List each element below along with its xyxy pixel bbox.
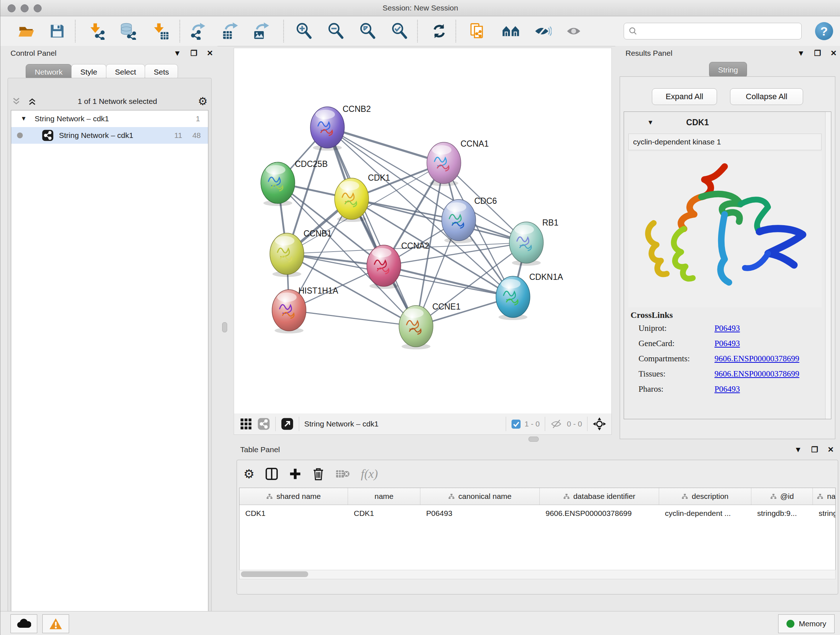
table-cell[interactable]: 9606.ENSP00000378699 xyxy=(540,505,659,522)
export-image-button[interactable] xyxy=(251,21,271,41)
detach-view-icon[interactable] xyxy=(281,417,294,431)
open-session-button[interactable] xyxy=(16,21,36,41)
node-label-RB1: RB1 xyxy=(542,218,559,227)
crosslink-link[interactable]: P06493 xyxy=(714,339,740,348)
node-label-CDK1: CDK1 xyxy=(368,173,390,182)
column-header-shared-name[interactable]: shared name xyxy=(240,488,348,505)
node-table: shared namenamecanonical namedatabase id… xyxy=(239,488,836,570)
table-cell[interactable]: CDK1 xyxy=(240,505,348,522)
network-edge-CDK1-RB1[interactable] xyxy=(352,199,526,242)
table-cell[interactable]: stringdb xyxy=(813,505,836,522)
panel-collapse-icon[interactable]: ▼ xyxy=(174,49,181,57)
panel-float-icon[interactable]: ❐ xyxy=(812,445,818,454)
add-column-plus-icon[interactable] xyxy=(289,468,302,480)
column-header-canonical-name[interactable]: canonical name xyxy=(420,488,540,505)
crosslink-link[interactable]: P06493 xyxy=(714,324,740,333)
gear-icon[interactable]: ⚙ xyxy=(198,96,208,107)
crosslink-link[interactable]: 9606.ENSP00000378699 xyxy=(714,369,799,379)
warnings-button[interactable] xyxy=(42,614,69,633)
delete-table-icon xyxy=(335,468,350,480)
crosslink-link[interactable]: 9606.ENSP00000378699 xyxy=(714,354,799,363)
statusbar-separator xyxy=(545,417,545,431)
memory-button[interactable]: Memory xyxy=(778,614,835,633)
string-results-box: Expand All Collapse All ▼ CDK1 cyclin-de… xyxy=(620,76,835,439)
network-edge-HIST1H1A-CCNE1[interactable] xyxy=(289,310,416,326)
import-network-database-button[interactable] xyxy=(118,21,138,41)
column-header-name[interactable]: name xyxy=(348,488,420,505)
bottom-splitter-handle[interactable] xyxy=(529,437,538,442)
network-row[interactable]: String Network – cdk1 11 48 xyxy=(11,127,208,144)
table-row[interactable]: CDK1CDK1P064939606.ENSP00000378699cyclin… xyxy=(240,505,835,522)
table-cell[interactable]: stringdb:9... xyxy=(752,505,813,522)
hide-selected-button[interactable] xyxy=(533,21,553,41)
column-header-description[interactable]: description xyxy=(659,488,752,505)
collapse-all-icon[interactable] xyxy=(11,97,21,106)
cloud-icon xyxy=(17,618,31,629)
refresh-layout-button[interactable] xyxy=(429,21,449,41)
grid-view-icon[interactable] xyxy=(240,418,252,430)
crosslink-link[interactable]: P06493 xyxy=(714,385,740,394)
table-cell[interactable]: cyclin-dependent ... xyxy=(659,505,752,522)
panel-float-icon[interactable]: ❐ xyxy=(191,49,197,57)
import-table-icon xyxy=(152,22,169,40)
import-table-file-button[interactable] xyxy=(151,21,171,41)
selected-node-edge-count: 1 - 0 xyxy=(524,420,540,428)
table-horizontal-scrollbar[interactable] xyxy=(239,570,836,579)
panel-close-icon[interactable]: ✕ xyxy=(827,445,834,454)
cloud-status-button[interactable] xyxy=(11,614,37,633)
clone-network-button[interactable] xyxy=(468,21,487,41)
warning-triangle-icon xyxy=(49,618,63,630)
entry-disclosure-icon[interactable]: ▼ xyxy=(647,119,654,126)
network-collection-row[interactable]: ▼ String Network – cdk1 1 xyxy=(11,111,208,127)
show-columns-icon[interactable] xyxy=(265,467,278,480)
collapse-all-button[interactable]: Collapse All xyxy=(730,88,803,105)
zoom-out-button[interactable] xyxy=(326,21,346,41)
help-button[interactable]: ? xyxy=(815,22,833,40)
duplicate-pages-icon xyxy=(469,22,486,40)
crosslink-row: Compartments:9606.ENSP00000378699 xyxy=(630,354,821,363)
zoom-fit-button[interactable] xyxy=(358,21,377,41)
column-header-database-identifier[interactable]: database identifier xyxy=(540,488,659,505)
search-input[interactable] xyxy=(638,27,801,36)
network-edge-CCNB2-CCNE1[interactable] xyxy=(327,127,416,326)
table-cell[interactable]: P06493 xyxy=(420,505,540,522)
search-box[interactable] xyxy=(624,23,802,40)
network-canvas[interactable]: CCNB2CCNA1CDC25BCDK1CDC6RB1CCNB1CCNA2CDK… xyxy=(234,48,612,414)
tab-string[interactable]: String xyxy=(709,62,747,78)
table-options-gear-icon[interactable]: ⚙ xyxy=(243,468,254,480)
first-neighbors-button[interactable] xyxy=(501,21,521,41)
expand-all-button[interactable]: Expand All xyxy=(652,88,717,105)
expand-all-icon[interactable] xyxy=(27,97,37,106)
zoom-in-button[interactable] xyxy=(294,21,314,41)
show-all-button[interactable] xyxy=(565,21,584,41)
panel-float-icon[interactable]: ❐ xyxy=(814,49,821,57)
panel-close-icon[interactable]: ✕ xyxy=(207,49,213,57)
column-header-namespace[interactable]: namespace xyxy=(813,488,836,505)
disclosure-triangle-icon[interactable]: ▼ xyxy=(21,115,27,122)
export-network-button[interactable] xyxy=(188,21,208,41)
left-splitter-handle[interactable] xyxy=(222,322,227,333)
toolbar-separator xyxy=(75,20,76,42)
panel-collapse-icon[interactable]: ▼ xyxy=(794,445,802,454)
column-network-icon xyxy=(563,494,570,500)
import-network-file-button[interactable] xyxy=(87,21,107,41)
zoom-out-icon xyxy=(327,22,344,40)
zoom-selected-button[interactable] xyxy=(390,21,409,41)
share-view-icon[interactable] xyxy=(257,417,270,431)
export-table-button[interactable] xyxy=(220,21,240,41)
birdseye-crosshair-icon[interactable] xyxy=(592,417,606,431)
panel-collapse-icon[interactable]: ▼ xyxy=(797,49,805,57)
save-session-button[interactable] xyxy=(47,21,67,41)
results-panel: Results Panel ▼ ❐ ✕ String Expand All Co… xyxy=(615,46,840,444)
delete-column-trash-icon[interactable] xyxy=(312,467,325,480)
column-header-@id[interactable]: @id xyxy=(752,488,813,505)
network-edge-CCNB2-CCNA1[interactable] xyxy=(327,127,444,163)
node-count: 11 xyxy=(174,131,182,140)
results-scrollbar[interactable] xyxy=(825,112,831,419)
scrollbar-thumb[interactable] xyxy=(241,571,308,577)
selected-checkbox-icon[interactable] xyxy=(511,419,521,429)
panel-close-icon[interactable]: ✕ xyxy=(830,49,837,57)
export-table-icon xyxy=(221,22,239,40)
table-cell[interactable]: CDK1 xyxy=(348,505,420,522)
search-icon xyxy=(628,27,638,36)
